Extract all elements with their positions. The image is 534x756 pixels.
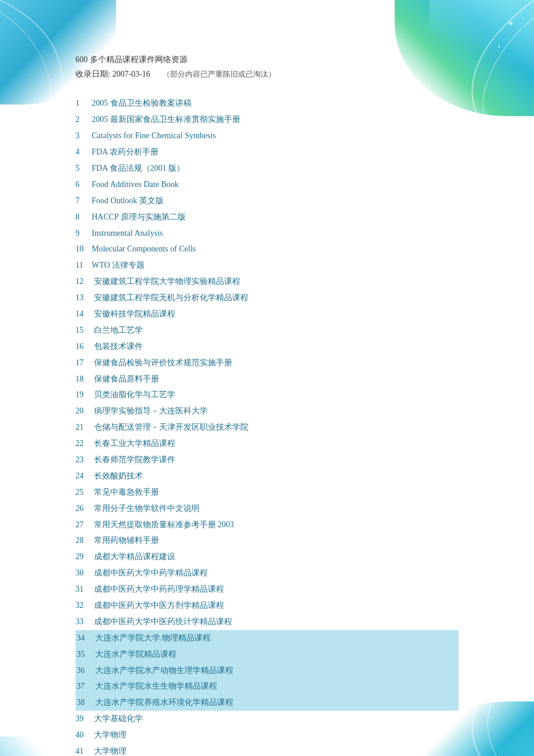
item-text: 安徽建筑工程学院无机与分析化学精品课程 — [92, 293, 248, 302]
list-item[interactable]: 14 安徽科技学院精品课程 — [75, 306, 459, 322]
item-number: 9 — [75, 226, 92, 241]
item-text: Catalysts for Fine Chemical Synthesis — [92, 131, 216, 140]
list-item[interactable]: 6Food Additives Date Book — [75, 177, 459, 193]
date-note: （部分内容已严重陈旧或已淘汰） — [163, 70, 276, 78]
item-text: 大连水产学院水生生物学精品课程 — [93, 682, 217, 690]
list-item[interactable]: 12005 食品卫生检验教案讲稿 — [75, 95, 459, 111]
item-text: 成都中医药大学中药学精品课程 — [92, 568, 208, 577]
item-number: 3 — [75, 128, 92, 143]
item-number: 32 — [75, 598, 92, 613]
item-number: 10 — [75, 242, 92, 257]
list-item[interactable]: 24 长效酸奶技术 — [75, 468, 459, 484]
list-item[interactable]: 18 保健食品原料手册 — [75, 371, 459, 387]
item-text: 长春师范学院教学课件 — [92, 455, 175, 464]
list-item[interactable]: 38 大连水产学院养殖水环境化学精品课程 — [75, 694, 459, 711]
list-item[interactable]: 5FDA 食品法规（2001 版） — [75, 160, 459, 177]
list-item[interactable]: 22005 最新国家食品卫生标准贯彻实施手册 — [75, 111, 459, 128]
list-item[interactable]: 39 大学基础化学 — [75, 711, 459, 727]
item-text: 大学物理 — [92, 747, 127, 755]
item-text: 大连水产学院精品课程 — [93, 650, 176, 658]
list-item[interactable]: 21 仓储与配送管理－天津开发区职业技术学院 — [75, 419, 459, 435]
list-item[interactable]: 10Molecular Components of Cells — [75, 241, 459, 257]
list-item[interactable]: 32 成都中医药大学中医方剂学精品课程 — [75, 597, 459, 614]
item-text: HACCP 原理与实施第二版 — [92, 213, 186, 221]
item-number: 4 — [75, 145, 92, 160]
item-text: 大连水产学院养殖水环境化学精品课程 — [93, 698, 233, 707]
item-text: 成都中医药大学中医药统计学精品课程 — [92, 617, 232, 626]
list-item[interactable]: 26 常用分子生物学软件中文说明 — [75, 501, 459, 517]
item-text: 保健食品检验与评价技术规范实施手册 — [92, 358, 232, 367]
item-number: 35 — [77, 647, 93, 662]
item-number: 33 — [75, 614, 92, 629]
item-text: 病理学实验指导－大连医科大学 — [92, 406, 208, 415]
item-text: 贝类油脂化学与工艺学 — [92, 390, 175, 399]
list-item[interactable]: 35 大连水产学院精品课程 — [75, 646, 459, 663]
list-item[interactable]: 33 成都中医药大学中医药统计学精品课程 — [75, 614, 459, 630]
item-text: 安徽科技学院精品课程 — [92, 309, 175, 318]
item-number: 25 — [75, 485, 92, 500]
page-title: 600 多个精品课程课件网络资源 — [75, 52, 459, 67]
list-item[interactable]: 30 成都中医药大学中药学精品课程 — [75, 565, 459, 581]
list-item[interactable]: 40 大学物理 — [75, 727, 459, 743]
item-text: 白兰地工艺学 — [92, 326, 143, 334]
list-item[interactable]: 22 长春工业大学精品课程 — [75, 435, 459, 452]
item-text: 成都中医药大学中药药理学精品课程 — [92, 585, 224, 593]
item-number: 14 — [75, 307, 92, 322]
list-item[interactable]: 37 大连水产学院水生生物学精品课程 — [75, 678, 459, 694]
list-item[interactable]: 13 安徽建筑工程学院无机与分析化学精品课程 — [75, 290, 459, 306]
list-item[interactable]: 23 长春师范学院教学课件 — [75, 452, 459, 468]
item-number: 30 — [75, 566, 92, 581]
list-item[interactable]: 17 保健食品检验与评价技术规范实施手册 — [75, 355, 459, 371]
list-item[interactable]: 7Food Outlook 英文版 — [75, 193, 459, 209]
item-number: 40 — [75, 728, 92, 743]
item-text: 包装技术课件 — [92, 342, 143, 351]
item-text: 成都大学精品课程建设 — [92, 552, 175, 561]
date-label: 收录日期: 2007-03-16 — [75, 70, 150, 78]
item-number: 12 — [75, 274, 92, 289]
list-item[interactable]: 25 常见中毒急救手册 — [75, 484, 459, 501]
list-item[interactable]: 28 常用药物辅料手册 — [75, 532, 459, 549]
item-number: 20 — [75, 404, 92, 419]
item-text: 常用分子生物学软件中文说明 — [92, 504, 200, 513]
list-item[interactable]: 4FDA 农药分析手册 — [75, 144, 459, 160]
item-text: FDA 农药分析手册 — [92, 147, 158, 156]
list-item[interactable]: 19 贝类油脂化学与工艺学 — [75, 387, 459, 403]
list-item[interactable]: 8HACCP 原理与实施第二版 — [75, 209, 459, 225]
list-item[interactable]: 29 成都大学精品课程建设 — [75, 549, 459, 565]
list-item[interactable]: 27 常用天然提取物质量标准参考手册 2003 — [75, 517, 459, 533]
item-number: 11 — [75, 258, 92, 273]
item-text: 成都中医药大学中医方剂学精品课程 — [92, 601, 224, 610]
list-item[interactable]: 36 大连水产学院水产动物生理学精品课程 — [75, 663, 459, 679]
item-number: 21 — [75, 420, 92, 435]
item-number: 17 — [75, 355, 92, 370]
item-text: 常见中毒急救手册 — [92, 488, 159, 496]
item-number: 13 — [75, 290, 92, 305]
list-item[interactable]: 15 白兰地工艺学 — [75, 322, 459, 339]
list-item[interactable]: 9Instrumental Analysis — [75, 225, 459, 242]
item-number: 34 — [77, 631, 93, 646]
item-text: 保健食品原料手册 — [92, 375, 159, 383]
item-text: Instrumental Analysis — [92, 229, 163, 237]
item-text: WTO 法律专题 — [92, 261, 145, 269]
list-item[interactable]: 31 成都中医药大学中药药理学精品课程 — [75, 581, 459, 597]
item-text: 长效酸奶技术 — [92, 471, 143, 480]
item-text: 2005 食品卫生检验教案讲稿 — [92, 99, 192, 107]
item-number: 39 — [75, 711, 92, 726]
item-text: Molecular Components of Cells — [92, 244, 196, 253]
item-number: 26 — [75, 501, 92, 516]
list-item[interactable]: 3Catalysts for Fine Chemical Synthesis — [75, 128, 459, 144]
item-number: 28 — [75, 533, 92, 548]
list-item[interactable]: 34 大连水产学院大学.物理精品课程 — [75, 630, 459, 646]
item-text: 大连水产学院大学.物理精品课程 — [93, 633, 211, 642]
item-number: 24 — [75, 469, 92, 484]
list-item[interactable]: 20 病理学实验指导－大连医科大学 — [75, 403, 459, 419]
item-number: 7 — [75, 193, 92, 208]
list-item[interactable]: 12 安徽建筑工程学院大学物理实验精品课程 — [75, 273, 459, 290]
list-item[interactable]: 11WTO 法律专题 — [75, 257, 459, 273]
item-text: 仓储与配送管理－天津开发区职业技术学院 — [92, 423, 248, 431]
list-item[interactable]: 41 大学物理 — [75, 743, 459, 756]
list-item[interactable]: 16 包装技术课件 — [75, 339, 459, 355]
item-number: 8 — [75, 210, 92, 225]
item-number: 29 — [75, 549, 92, 564]
item-number: 27 — [75, 517, 92, 532]
